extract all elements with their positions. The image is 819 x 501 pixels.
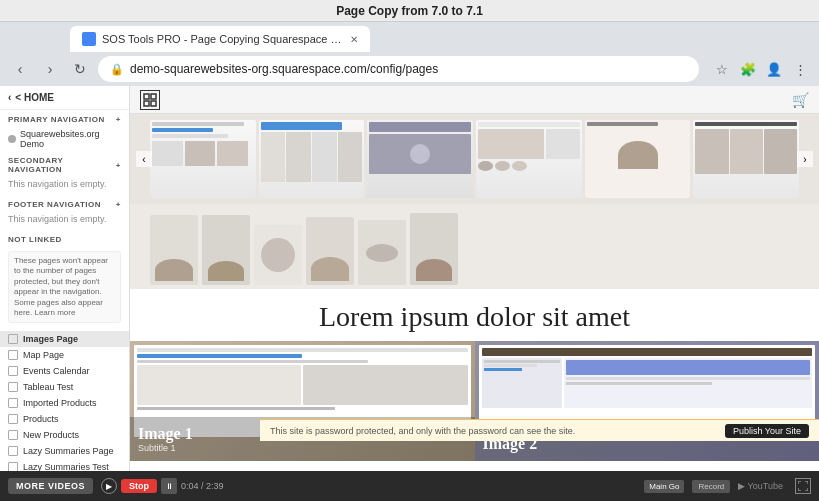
domain-text: Squarewebsites.org Demo [20,129,121,149]
record-button[interactable]: Record [692,480,730,493]
bookmark-star-button[interactable]: ☆ [711,58,733,80]
profile-button[interactable]: 👤 [763,58,785,80]
page-item-map[interactable]: Map Page [0,347,129,363]
youtube-icon[interactable]: ▶ YouTube [738,481,783,491]
publish-site-button[interactable]: Publish Your Site [725,424,809,438]
domain-indicator [8,135,16,143]
page-list: Images Page Map Page Events Calendar Tab… [0,327,129,471]
pause-button[interactable]: ⏸ [161,478,177,494]
page-item-products[interactable]: Products [0,411,129,427]
page-content: 🛒 ‹ [130,86,819,471]
browser-tab-bar: SOS Tools PRO - Page Copying Squarespace… [0,22,819,52]
not-linked-header: NOT LINKED [0,230,129,247]
gallery-prev-button[interactable]: ‹ [136,151,152,167]
reload-button[interactable]: ↻ [68,57,92,81]
product-thumb-4 [306,217,354,285]
primary-nav-add-button[interactable]: + [116,115,121,124]
secondary-nav-header: SECONDARY NAVIGATION + [0,151,129,177]
svg-rect-0 [144,94,149,99]
time-display: 0:04 / 2:39 [181,481,224,491]
primary-nav-header: PRIMARY NAVIGATION + [0,110,129,127]
page-item-imported[interactable]: Imported Products [0,395,129,411]
product-thumb-2 [202,215,250,285]
menu-button[interactable]: ⋮ [789,58,811,80]
title-bar: Page Copy from 7.0 to 7.1 [0,0,819,22]
main-content: ‹ < HOME PRIMARY NAVIGATION + Squarewebs… [0,86,819,471]
gallery-screenshot-1 [150,120,256,198]
tab-favicon [82,32,96,46]
svg-rect-3 [151,101,156,106]
image-cell-2: Image 2 [475,341,820,461]
home-label: < HOME [15,92,54,103]
sidebar-domain-item[interactable]: Squarewebsites.org Demo [0,127,129,151]
footer-nav-add-button[interactable]: + [116,200,121,209]
gallery-screenshots-row: ‹ [130,114,819,204]
bottom-bar: MORE VIDEOS ▶ Stop ⏸ 0:04 / 2:39 Main Go… [0,471,819,501]
play-button[interactable]: ▶ [101,478,117,494]
page-icon [8,350,18,360]
gallery-screenshot-4 [476,120,582,198]
title-text: Page Copy from 7.0 to 7.1 [336,4,483,18]
gallery-screenshot-5 [585,120,691,198]
product-thumb-1 [150,215,198,285]
password-bar-text: This site is password protected, and onl… [270,426,575,436]
extensions-button[interactable]: 🧩 [737,58,759,80]
stop-button[interactable]: Stop [121,479,157,493]
page-item-tableau[interactable]: Tableau Test [0,379,129,395]
secondary-nav-label: SECONDARY NAVIGATION [8,156,116,174]
footer-nav-header: FOOTER NAVIGATION + [0,195,129,212]
gallery-screenshot-6 [693,120,799,198]
page-item-lazy-summaries[interactable]: Lazy Summaries Page [0,443,129,459]
back-button[interactable]: ‹ [8,57,32,81]
address-bar[interactable]: 🔒 demo-squarewebsites-org.squarespace.co… [98,56,699,82]
gallery-next-button[interactable]: › [797,151,813,167]
image-grid: Image 1 Subtitle 1 [130,341,819,461]
gallery-screenshot-3 [367,120,473,198]
not-linked-description: These pages won't appear to the number o… [8,251,121,323]
product-thumb-5 [358,220,406,285]
sidebar-home-link[interactable]: ‹ < HOME [0,86,129,110]
secondary-nav-add-button[interactable]: + [116,161,121,170]
address-bar-row: ‹ › ↻ 🔒 demo-squarewebsites-org.squaresp… [0,52,819,86]
more-videos-button[interactable]: MORE VIDEOS [8,478,93,494]
page-item-lazy-test[interactable]: Lazy Summaries Test [0,459,129,471]
lock-icon: 🔒 [110,63,124,76]
active-tab[interactable]: SOS Tools PRO - Page Copying Squarespace… [70,26,370,52]
primary-nav-label: PRIMARY NAVIGATION [8,115,105,124]
page-icon [8,382,18,392]
tab-close-button[interactable]: ✕ [350,34,358,45]
gallery-screenshot-2 [259,120,365,198]
sidebar: ‹ < HOME PRIMARY NAVIGATION + Squarewebs… [0,86,130,471]
main-go-button[interactable]: Main Go [644,480,684,493]
cart-icon[interactable]: 🛒 [792,92,809,108]
product-thumb-6 [410,213,458,285]
image-1-sublabel: Subtitle 1 [138,443,467,453]
svg-rect-1 [151,94,156,99]
page-icon [8,366,18,376]
not-linked-label: NOT LINKED [8,235,62,244]
tab-title: SOS Tools PRO - Page Copying Squarespace… [102,33,344,45]
password-bar: This site is password protected, and onl… [260,419,819,441]
home-arrow: ‹ [8,92,11,103]
page-icon [8,398,18,408]
expand-button[interactable] [795,478,811,494]
page-top-bar: 🛒 [130,86,819,114]
forward-button[interactable]: › [38,57,62,81]
page-icon [8,334,18,344]
address-text: demo-squarewebsites-org.squarespace.com/… [130,62,438,76]
lorem-ipsum-title: Lorem ipsum dolor sit amet [130,289,819,341]
page-icon [8,462,18,471]
page-item-events-calendar[interactable]: Events Calendar [0,363,129,379]
page-item-new-products[interactable]: New Products [0,427,129,443]
squarespace-logo [140,90,160,110]
browser-actions: ☆ 🧩 👤 ⋮ [711,58,811,80]
footer-nav-empty: This navigation is empty. [0,212,129,230]
footer-nav-label: FOOTER NAVIGATION [8,200,101,209]
product-thumb-3 [254,225,302,285]
image-cell-1: Image 1 Subtitle 1 [130,341,475,461]
page-icon [8,430,18,440]
page-icon [8,446,18,456]
page-item-images[interactable]: Images Page [0,331,129,347]
svg-rect-2 [144,101,149,106]
page-icon [8,414,18,424]
